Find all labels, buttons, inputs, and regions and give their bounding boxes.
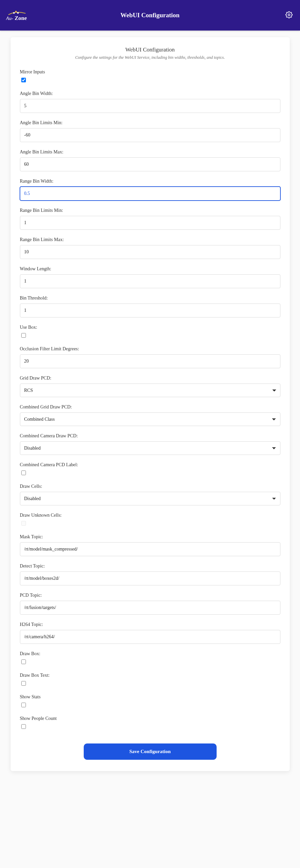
input-angle-bin-max[interactable]: [20, 157, 280, 171]
field-pcd-topic: PCD Topic:: [20, 593, 280, 615]
label-angle-bin-width: Angle Bin Width:: [20, 91, 280, 96]
field-mask-topic: Mask Topic:: [20, 534, 280, 556]
field-draw-unknown-cells: Draw Unknown Cells:: [20, 513, 280, 527]
select-combined-camera-draw-pcd[interactable]: Disabled: [20, 441, 280, 455]
input-window-length[interactable]: [20, 274, 280, 288]
svg-text:Zone: Zone: [14, 15, 27, 21]
field-show-people-count: Show People Count: [20, 716, 280, 730]
field-angle-bin-max: Angle Bin Limits Max:: [20, 149, 280, 171]
field-angle-bin-width: Angle Bin Width:: [20, 91, 280, 113]
input-pcd-topic[interactable]: [20, 601, 280, 615]
gear-icon: [286, 11, 293, 19]
field-draw-cells: Draw Cells: Disabled: [20, 484, 280, 505]
label-mirror-inputs: Mirror Inputs: [20, 69, 280, 75]
label-range-bin-min: Range Bin Limits Min:: [20, 208, 280, 213]
svg-point-2: [17, 12, 19, 14]
app-header: Au- Zone WebUI Configuration: [0, 0, 300, 31]
label-combined-camera-pcd-label: Combined Camera PCD Label:: [20, 462, 280, 468]
field-draw-box-text: Draw Box Text:: [20, 673, 280, 687]
label-draw-box-text: Draw Box Text:: [20, 673, 280, 678]
label-bin-threshold: Bin Threshold:: [20, 296, 280, 301]
label-angle-bin-max: Angle Bin Limits Max:: [20, 149, 280, 155]
input-h264-topic[interactable]: [20, 630, 280, 644]
svg-text:Au-: Au-: [6, 16, 13, 21]
input-mask-topic[interactable]: [20, 542, 280, 556]
label-combined-camera-draw-pcd: Combined Camera Draw PCD:: [20, 433, 280, 439]
label-show-stats: Show Stats: [20, 694, 280, 700]
label-window-length: Window Length:: [20, 266, 280, 272]
field-mirror-inputs: Mirror Inputs: [20, 69, 280, 84]
label-use-box: Use Box:: [20, 325, 280, 330]
field-h264-topic: H264 Topic:: [20, 622, 280, 644]
checkbox-draw-box-text[interactable]: [21, 681, 26, 686]
field-window-length: Window Length:: [20, 266, 280, 288]
input-range-bin-width[interactable]: [20, 187, 280, 200]
checkbox-combined-camera-pcd-label[interactable]: [21, 470, 26, 475]
input-occlusion-limit[interactable]: [20, 354, 280, 368]
checkbox-draw-box[interactable]: [21, 659, 26, 664]
label-mask-topic: Mask Topic:: [20, 534, 280, 539]
label-draw-box: Draw Box:: [20, 651, 280, 656]
config-card: WebUI Configuration Configure the settin…: [11, 37, 290, 771]
checkbox-show-stats[interactable]: [21, 703, 26, 707]
field-draw-box: Draw Box:: [20, 651, 280, 665]
card-subtitle: Configure the settings for the WebUI Ser…: [20, 55, 280, 60]
label-occlusion-limit: Occlusion Filter Limit Degrees:: [20, 346, 280, 352]
field-use-box: Use Box:: [20, 325, 280, 339]
field-combined-camera-pcd-label: Combined Camera PCD Label:: [20, 462, 280, 476]
save-row: Save Configuration: [20, 743, 280, 760]
label-detect-topic: Detect Topic:: [20, 563, 280, 569]
card-title: WebUI Configuration: [20, 46, 280, 53]
field-range-bin-min: Range Bin Limits Min:: [20, 208, 280, 230]
field-occlusion-limit: Occlusion Filter Limit Degrees:: [20, 346, 280, 368]
label-pcd-topic: PCD Topic:: [20, 593, 280, 598]
label-range-bin-width: Range Bin Width:: [20, 179, 280, 184]
field-angle-bin-min: Angle Bin Limits Min:: [20, 120, 280, 142]
input-detect-topic[interactable]: [20, 571, 280, 585]
select-combined-grid-draw-pcd[interactable]: Combined Class: [20, 412, 280, 426]
field-bin-threshold: Bin Threshold:: [20, 296, 280, 317]
field-grid-draw-pcd: Grid Draw PCD: RCS: [20, 376, 280, 397]
field-show-stats: Show Stats: [20, 694, 280, 709]
input-angle-bin-min[interactable]: [20, 128, 280, 142]
select-grid-draw-pcd[interactable]: RCS: [20, 383, 280, 397]
input-bin-threshold[interactable]: [20, 304, 280, 317]
select-draw-cells[interactable]: Disabled: [20, 492, 280, 505]
label-angle-bin-min: Angle Bin Limits Min:: [20, 120, 280, 126]
save-button[interactable]: Save Configuration: [84, 743, 217, 760]
label-range-bin-max: Range Bin Limits Max:: [20, 237, 280, 242]
label-grid-draw-pcd: Grid Draw PCD:: [20, 376, 280, 381]
brand-logo: Au- Zone: [0, 9, 32, 22]
svg-point-1: [13, 12, 15, 14]
field-range-bin-width: Range Bin Width:: [20, 179, 280, 200]
input-angle-bin-width[interactable]: [20, 99, 280, 113]
label-h264-topic: H264 Topic:: [20, 622, 280, 627]
field-combined-grid-draw-pcd: Combined Grid Draw PCD: Combined Class: [20, 404, 280, 426]
page-body: WebUI Configuration Configure the settin…: [7, 37, 294, 771]
svg-point-5: [288, 14, 290, 16]
checkbox-draw-unknown-cells: [21, 521, 26, 526]
input-range-bin-min[interactable]: [20, 216, 280, 230]
field-detect-topic: Detect Topic:: [20, 563, 280, 585]
checkbox-use-box[interactable]: [21, 333, 26, 338]
page-title: WebUI Configuration: [0, 11, 300, 19]
input-range-bin-max[interactable]: [20, 245, 280, 259]
field-combined-camera-draw-pcd: Combined Camera Draw PCD: Disabled: [20, 433, 280, 455]
checkbox-mirror-inputs[interactable]: [21, 78, 26, 82]
label-draw-cells: Draw Cells:: [20, 484, 280, 489]
label-show-people-count: Show People Count: [20, 716, 280, 721]
svg-point-0: [15, 11, 17, 12]
settings-button[interactable]: [284, 10, 294, 21]
field-range-bin-max: Range Bin Limits Max:: [20, 237, 280, 259]
label-draw-unknown-cells: Draw Unknown Cells:: [20, 513, 280, 518]
logo-mark-icon: Au- Zone: [6, 9, 32, 22]
checkbox-show-people-count[interactable]: [21, 724, 26, 729]
label-combined-grid-draw-pcd: Combined Grid Draw PCD:: [20, 404, 280, 410]
